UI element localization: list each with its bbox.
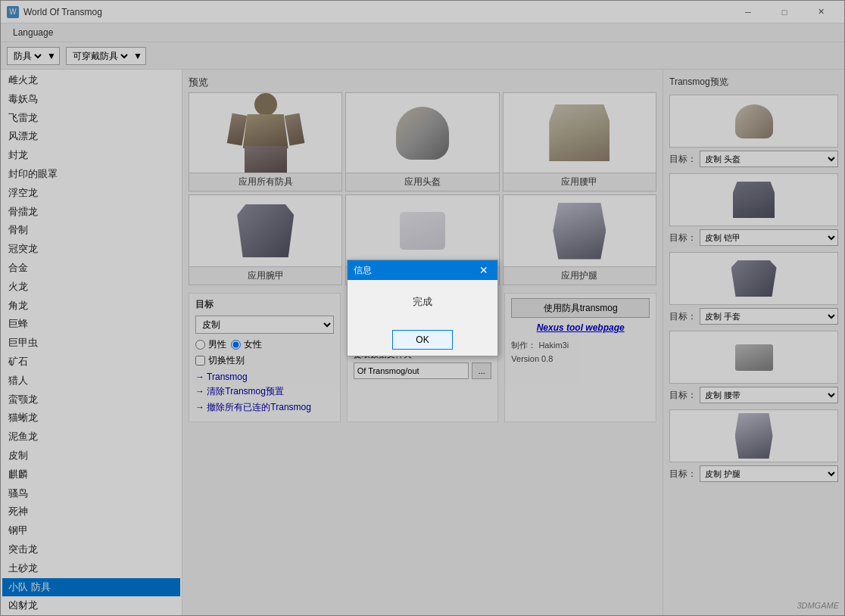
modal-body: 完成 <box>348 280 497 324</box>
modal-box: 信息 ✕ 完成 OK <box>347 260 498 356</box>
modal-footer: OK <box>348 324 497 356</box>
modal-ok-btn[interactable]: OK <box>392 330 453 350</box>
modal-close-btn[interactable]: ✕ <box>476 263 491 278</box>
modal-titlebar: 信息 ✕ <box>348 260 497 280</box>
modal-message: 完成 <box>413 296 432 307</box>
modal-overlay[interactable]: 信息 ✕ 完成 OK <box>0 0 845 616</box>
modal-title: 信息 <box>354 264 372 277</box>
